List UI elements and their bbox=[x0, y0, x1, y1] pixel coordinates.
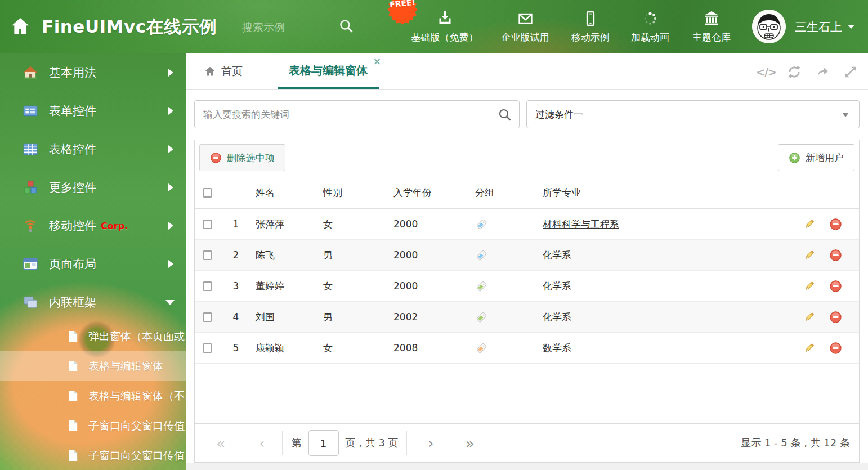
sidebar-item-page-layout[interactable]: 页面布局 bbox=[0, 245, 186, 283]
sidebar-item-label: 页面布局 bbox=[49, 256, 96, 272]
nav-basic-edition[interactable]: 基础版（免费） bbox=[411, 0, 478, 53]
home-icon[interactable] bbox=[9, 15, 32, 38]
page-icon bbox=[66, 330, 79, 343]
row-year: 2000 bbox=[388, 218, 469, 230]
delete-icon[interactable] bbox=[829, 342, 842, 355]
divider bbox=[282, 431, 283, 455]
column-header-group[interactable]: 分组 bbox=[469, 186, 537, 199]
delete-icon[interactable] bbox=[829, 218, 842, 231]
major-link[interactable]: 材料科学与工程系 bbox=[543, 218, 619, 230]
next-page-button[interactable]: › bbox=[428, 436, 434, 450]
table-row[interactable]: 2 陈飞 男 2000 化学系 bbox=[195, 240, 859, 271]
add-user-button[interactable]: 新增用户 bbox=[778, 144, 854, 171]
column-header-name[interactable]: 姓名 bbox=[250, 186, 317, 199]
row-name: 刘国 bbox=[250, 311, 317, 324]
sidebar-item-label: 表单控件 bbox=[49, 103, 96, 119]
nav-mobile-examples[interactable]: 移动示例 bbox=[571, 0, 610, 53]
row-year: 2000 bbox=[388, 280, 469, 292]
tab-home[interactable]: 首页 bbox=[204, 53, 243, 89]
delete-selected-label: 删除选中项 bbox=[227, 151, 275, 164]
refresh-icon[interactable] bbox=[787, 65, 802, 79]
table-empty-space bbox=[195, 364, 859, 423]
tab-grid-edit-window[interactable]: 表格与编辑窗体 × bbox=[278, 53, 379, 89]
page-bottom-strip bbox=[186, 463, 868, 470]
tab-toolbar: </> bbox=[759, 53, 858, 90]
edit-icon[interactable] bbox=[803, 342, 816, 355]
edit-icon[interactable] bbox=[803, 218, 816, 231]
row-checkbox[interactable] bbox=[203, 250, 212, 260]
top-header: FineUIMvc在线示例 FREE! 基础版（免费） 企业版试用 bbox=[0, 0, 868, 53]
delete-icon[interactable] bbox=[829, 280, 842, 293]
row-checkbox[interactable] bbox=[203, 312, 212, 322]
sidebar-subitem-label: 子窗口向父窗口传值... bbox=[88, 449, 195, 463]
sidebar-subitem-grid-edit-window-2[interactable]: 表格与编辑窗体（不... bbox=[0, 381, 186, 411]
sidebar-subitem-label: 表格与编辑窗体（不... bbox=[88, 389, 195, 404]
select-all-checkbox[interactable] bbox=[203, 188, 212, 198]
row-gender: 女 bbox=[317, 342, 388, 355]
sidebar-subitem-popup-window[interactable]: 弹出窗体（本页面或... bbox=[0, 321, 186, 351]
table-row[interactable]: 3 董婷婷 女 2000 化学系 bbox=[195, 271, 859, 302]
spinner-icon bbox=[641, 10, 659, 28]
header-search-input[interactable] bbox=[242, 21, 326, 33]
prev-page-button[interactable]: ‹ bbox=[259, 436, 265, 450]
column-header-major[interactable]: 所学专业 bbox=[537, 186, 775, 199]
page-number-input[interactable] bbox=[308, 430, 339, 456]
chevron-down-icon bbox=[165, 300, 175, 305]
table-row[interactable]: 4 刘国 男 2002 化学系 bbox=[195, 302, 859, 333]
delete-icon[interactable] bbox=[829, 311, 842, 324]
row-checkbox[interactable] bbox=[203, 281, 212, 291]
chevron-down-icon bbox=[842, 113, 849, 117]
expand-icon[interactable] bbox=[843, 65, 858, 79]
sidebar-subitem-child-to-parent[interactable]: 子窗口向父窗口传值 bbox=[0, 411, 186, 441]
tag-icon bbox=[475, 311, 488, 324]
sidebar-item-inline-frames[interactable]: 内联框架 bbox=[0, 283, 186, 321]
keyword-search[interactable] bbox=[194, 100, 520, 128]
pagination-bar: « ‹ 第 页 , 共 3 页 › » 显示 1 - 5 条 , 共 12 条 bbox=[195, 423, 859, 462]
keyword-search-input[interactable] bbox=[195, 101, 519, 128]
delete-selected-button[interactable]: 删除选中项 bbox=[199, 144, 285, 171]
sidebar-item-mobile-controls[interactable]: 移动控件 Corp. bbox=[0, 207, 186, 245]
table-row[interactable]: 1 张萍萍 女 2000 材料科学与工程系 bbox=[195, 209, 859, 240]
sidebar-item-basic-usage[interactable]: 基本用法 bbox=[0, 53, 186, 92]
page-icon bbox=[66, 449, 79, 462]
username: 三生石上 bbox=[795, 19, 842, 35]
first-page-button[interactable]: « bbox=[216, 436, 226, 451]
close-icon[interactable]: × bbox=[373, 57, 381, 66]
sidebar-subitem-child-to-parent-2[interactable]: 子窗口向父窗口传值... bbox=[0, 441, 186, 470]
page-icon bbox=[66, 390, 79, 402]
major-link[interactable]: 化学系 bbox=[543, 249, 571, 261]
sidebar-item-label: 表格控件 bbox=[49, 141, 96, 157]
user-menu[interactable]: 三生石上 bbox=[795, 0, 854, 53]
major-link[interactable]: 化学系 bbox=[543, 311, 571, 323]
last-page-button[interactable]: » bbox=[466, 436, 475, 451]
column-header-year[interactable]: 入学年份 bbox=[388, 186, 469, 199]
filter-dropdown[interactable]: 过滤条件一 bbox=[526, 100, 860, 128]
row-name: 董婷婷 bbox=[250, 280, 317, 293]
nav-theme-store[interactable]: 主题仓库 bbox=[692, 0, 731, 53]
header-search[interactable] bbox=[242, 0, 326, 53]
sidebar-item-more-controls[interactable]: 更多控件 bbox=[0, 168, 186, 207]
sidebar-item-grid-controls[interactable]: 表格控件 bbox=[0, 130, 186, 168]
search-icon[interactable] bbox=[498, 108, 512, 122]
share-icon[interactable] bbox=[815, 65, 830, 79]
table-row[interactable]: 5 康颖颖 女 2008 数学系 bbox=[195, 333, 859, 364]
major-link[interactable]: 化学系 bbox=[543, 280, 571, 292]
nav-loading-animations[interactable]: 加载动画 bbox=[631, 0, 669, 53]
nav-enterprise-trial[interactable]: 企业版试用 bbox=[502, 0, 549, 53]
source-code-icon[interactable]: </> bbox=[759, 65, 773, 79]
edit-icon[interactable] bbox=[803, 249, 816, 262]
grid-panel: 删除选中项 新增用户 姓名 性别 入学年份 分组 所学专业 bbox=[194, 140, 860, 463]
row-index: 2 bbox=[222, 249, 250, 261]
edit-icon[interactable] bbox=[803, 311, 816, 324]
major-link[interactable]: 数学系 bbox=[543, 342, 571, 353]
row-checkbox[interactable] bbox=[203, 220, 212, 229]
sidebar-item-form-controls[interactable]: 表单控件 bbox=[0, 92, 186, 130]
edit-icon[interactable] bbox=[803, 280, 816, 293]
row-index: 3 bbox=[222, 280, 250, 292]
delete-icon[interactable] bbox=[829, 249, 842, 262]
sidebar-subitem-grid-edit-window[interactable]: 表格与编辑窗体 bbox=[0, 351, 186, 381]
row-checkbox[interactable] bbox=[203, 343, 212, 353]
avatar[interactable] bbox=[752, 10, 786, 43]
column-header-gender[interactable]: 性别 bbox=[317, 186, 388, 199]
search-icon[interactable] bbox=[338, 17, 355, 34]
